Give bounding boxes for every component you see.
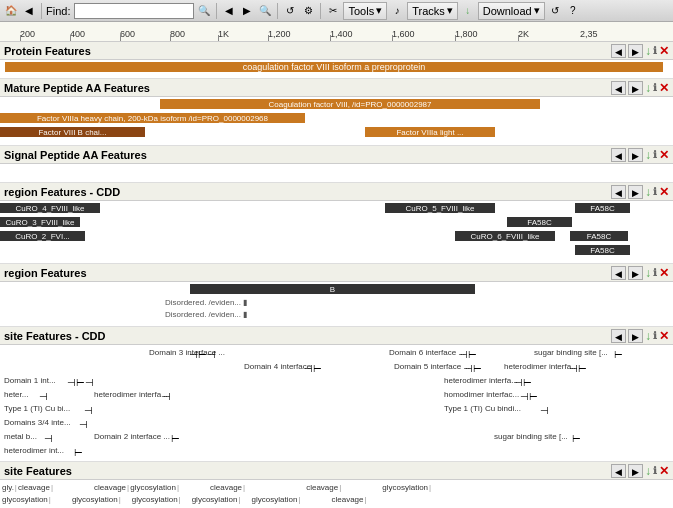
nav-prev-icon[interactable]: ◀ — [221, 3, 237, 19]
mature-download-icon[interactable]: ↓ — [645, 81, 651, 95]
cdd-bar-fa58c-3[interactable]: FA58C — [570, 231, 628, 241]
mature-peptide-header: Mature Peptide AA Features ◀ ▶ ↓ ℹ ✕ — [0, 79, 673, 97]
rf-bar-b[interactable]: B — [190, 284, 475, 294]
scdd-nav-next[interactable]: ▶ — [628, 329, 643, 343]
content: Protein Features ◀ ▶ ↓ ℹ ✕ coagulation f… — [0, 42, 673, 508]
cdd-bar-fa58c-1[interactable]: FA58C — [575, 203, 630, 213]
scdd-nav-prev[interactable]: ◀ — [611, 329, 626, 343]
sf-info-icon[interactable]: ℹ — [653, 465, 657, 476]
protein-download-icon[interactable]: ↓ — [645, 44, 651, 58]
refresh-icon[interactable]: ↺ — [282, 3, 298, 19]
region-features-title: region Features — [4, 267, 87, 279]
site-cdd-title: site Features - CDD — [4, 330, 105, 342]
region-features-section: region Features ◀ ▶ ↓ ℹ ✕ B Disordered. … — [0, 264, 673, 327]
nav-next-icon[interactable]: ▶ — [239, 3, 255, 19]
rf-close-icon[interactable]: ✕ — [659, 266, 669, 280]
ruler-label-400: 400 — [70, 29, 85, 39]
separator-1 — [41, 3, 42, 19]
cdd-bar-curo6[interactable]: CuRO_6_FVIII_like — [455, 231, 555, 241]
mature-info-icon[interactable]: ℹ — [653, 82, 657, 93]
rcdd-nav-next[interactable]: ▶ — [628, 185, 643, 199]
mature-bar-2[interactable]: Factor VIIIa heavy chain, 200-kDa isofor… — [0, 113, 305, 123]
rcdd-info-icon[interactable]: ℹ — [653, 186, 657, 197]
sf-download-icon[interactable]: ↓ — [645, 464, 651, 478]
mature-bar-3b[interactable]: Factor VIIIa light ... — [365, 127, 495, 137]
rf-nav-prev[interactable]: ◀ — [611, 266, 626, 280]
zoom-icon[interactable]: 🔍 — [257, 3, 273, 19]
rf-disordered-2: Disordered. /eviden... ▮ — [165, 310, 247, 319]
protein-close-icon[interactable]: ✕ — [659, 44, 669, 58]
mature-nav-prev[interactable]: ◀ — [611, 81, 626, 95]
rcdd-download-icon[interactable]: ↓ — [645, 185, 651, 199]
rf-info-icon[interactable]: ℹ — [653, 267, 657, 278]
signal-download-icon[interactable]: ↓ — [645, 148, 651, 162]
find-label: Find: — [46, 5, 70, 17]
protein-nav-prev[interactable]: ◀ — [611, 44, 626, 58]
download-button[interactable]: Download▾ — [478, 2, 545, 20]
home-icon[interactable]: 🏠 — [3, 3, 19, 19]
cdd-bar-curo2[interactable]: CuRO_2_FVI... — [0, 231, 85, 241]
ruler-label-1600: 1,600 — [392, 29, 415, 39]
protein-features-track: coagulation factor VIII isoform a prepro… — [0, 60, 673, 78]
signal-peptide-section: Signal Peptide AA Features ◀ ▶ ↓ ℹ ✕ — [0, 146, 673, 183]
rcdd-nav-prev[interactable]: ◀ — [611, 185, 626, 199]
signal-peptide-title: Signal Peptide AA Features — [4, 149, 147, 161]
site-cdd-row-7: metal b... ⊣ Domain 2 interface ... ⊢ su… — [4, 431, 669, 444]
arrow-down-icon[interactable]: ↓ — [460, 3, 476, 19]
config-icon[interactable]: ⚙ — [300, 3, 316, 19]
mature-bar-1[interactable]: Coagulation factor VIII, /id=PRO_0000002… — [160, 99, 540, 109]
search-icon[interactable]: 🔍 — [196, 3, 212, 19]
cdd-bar-fa58c-2[interactable]: FA58C — [507, 217, 572, 227]
help-icon[interactable]: ? — [565, 3, 581, 19]
rf-nav-next[interactable]: ▶ — [628, 266, 643, 280]
cdd-bar-fa58c-4[interactable]: FA58C — [575, 245, 630, 255]
region-features-header: region Features ◀ ▶ ↓ ℹ ✕ — [0, 264, 673, 282]
site-cdd-row-6: Domains 3/4 inte... ⊣ — [4, 417, 669, 430]
rf-disordered-1: Disordered. /eviden... ▮ — [165, 298, 247, 307]
cdd-bar-curo3[interactable]: CuRO_3_FVIII_like — [0, 217, 80, 227]
separator-3 — [277, 3, 278, 19]
sf-nav-next[interactable]: ▶ — [628, 464, 643, 478]
signal-info-icon[interactable]: ℹ — [653, 149, 657, 160]
ruler-label-1400: 1,400 — [330, 29, 353, 39]
site-cdd-row-8: heterodimer int... ⊢ — [4, 445, 669, 458]
sf-close-icon[interactable]: ✕ — [659, 464, 669, 478]
ruler-label-235: 2,35 — [580, 29, 598, 39]
mature-nav-next[interactable]: ▶ — [628, 81, 643, 95]
region-cdd-header: region Features - CDD ◀ ▶ ↓ ℹ ✕ — [0, 183, 673, 201]
site-cdd-row-1: Domain 3 interface ... ⊣⊢⊣ Domain 6 inte… — [4, 347, 669, 360]
signal-close-icon[interactable]: ✕ — [659, 148, 669, 162]
signal-nav-next[interactable]: ▶ — [628, 148, 643, 162]
ruler-label-800: 800 — [170, 29, 185, 39]
rf-download-icon[interactable]: ↓ — [645, 266, 651, 280]
protein-bar[interactable]: coagulation factor VIII isoform a prepro… — [5, 62, 663, 72]
cdd-bar-curo4[interactable]: CuRO_4_FVIII_like — [0, 203, 100, 213]
music-icon[interactable]: ♪ — [389, 3, 405, 19]
protein-nav-next[interactable]: ▶ — [628, 44, 643, 58]
find-input[interactable] — [74, 3, 194, 19]
site-cdd-row-2: Domain 4 interface ... ⊣⊢ Domain 5 inter… — [4, 361, 669, 374]
mature-peptide-title: Mature Peptide AA Features — [4, 82, 150, 94]
scdd-info-icon[interactable]: ℹ — [653, 330, 657, 341]
site-features-title: site Features — [4, 465, 72, 477]
tools-button[interactable]: Tools▾ — [343, 2, 387, 20]
mature-bar-3a[interactable]: Factor VIII B chai... — [0, 127, 145, 137]
tracks-button[interactable]: Tracks▾ — [407, 2, 458, 20]
signal-nav-prev[interactable]: ◀ — [611, 148, 626, 162]
signal-track — [0, 164, 673, 182]
mature-close-icon[interactable]: ✕ — [659, 81, 669, 95]
scissors-icon[interactable]: ✂ — [325, 3, 341, 19]
back-icon[interactable]: ◀ — [21, 3, 37, 19]
scdd-download-icon[interactable]: ↓ — [645, 329, 651, 343]
sf-nav-prev[interactable]: ◀ — [611, 464, 626, 478]
site-cdd-row-3: Domain 1 int... ⊣⊢⊣ heterodimer interfa.… — [4, 375, 669, 388]
refresh2-icon[interactable]: ↺ — [547, 3, 563, 19]
rcdd-close-icon[interactable]: ✕ — [659, 185, 669, 199]
scdd-close-icon[interactable]: ✕ — [659, 329, 669, 343]
protein-info-icon[interactable]: ℹ — [653, 45, 657, 56]
protein-features-header: Protein Features ◀ ▶ ↓ ℹ ✕ — [0, 42, 673, 60]
site-features-section: site Features ◀ ▶ ↓ ℹ ✕ gly.| cleavage| … — [0, 462, 673, 508]
mature-peptide-section: Mature Peptide AA Features ◀ ▶ ↓ ℹ ✕ Coa… — [0, 79, 673, 146]
cdd-bar-curo5[interactable]: CuRO_5_FVIII_like — [385, 203, 495, 213]
separator-4 — [320, 3, 321, 19]
